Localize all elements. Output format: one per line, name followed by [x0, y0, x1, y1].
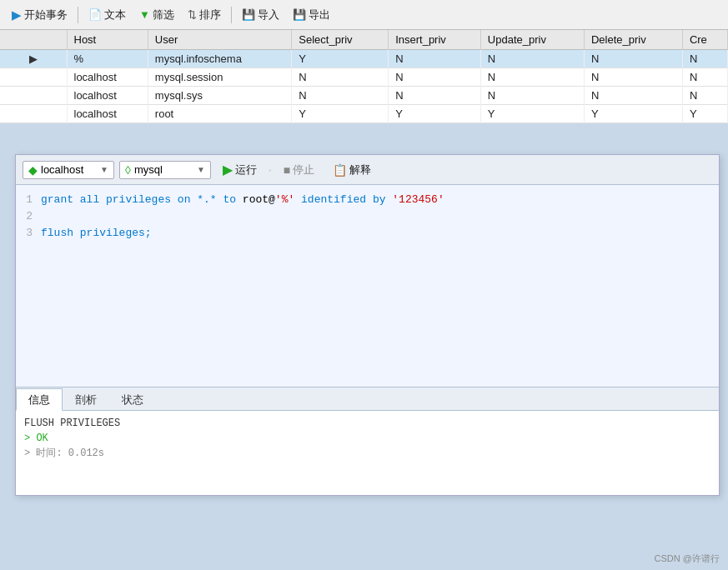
data-table-container: Host User Select_priv Insert_priv Update…: [0, 30, 728, 123]
update-priv-cell: N: [480, 50, 584, 68]
text-button[interactable]: 📄 文本: [83, 6, 131, 24]
stop-icon: ■: [284, 163, 290, 177]
explain-button[interactable]: 📋 解释: [326, 161, 378, 179]
table-row[interactable]: ▶ % mysql.infoschema Y N N N N: [0, 50, 728, 68]
export-icon: 💾: [293, 8, 306, 21]
connection-selector[interactable]: ◆ localhost ▼: [23, 161, 114, 179]
user-cell: mysql.infoschema: [148, 50, 291, 68]
results-panel: 信息剖析状态 FLUSH PRIVILEGES> OK> 时间: 0.012s: [16, 387, 719, 495]
sort-button[interactable]: ⇅ 排序: [183, 6, 226, 24]
line-content: grant all privileges on *.* to root@'%' …: [41, 192, 719, 208]
text-icon: 📄: [88, 8, 102, 21]
db-chevron-icon: ▼: [197, 165, 205, 174]
code-line: 3flush privileges;: [16, 225, 719, 242]
update-priv-cell: N: [480, 68, 584, 87]
select-priv-cell: N: [292, 68, 389, 87]
explain-icon: 📋: [333, 163, 347, 177]
select-priv-cell: Y: [292, 50, 389, 68]
delete-priv-cell: Y: [584, 105, 682, 123]
results-tab-状态[interactable]: 状态: [109, 388, 156, 411]
flush-keyword: flush privileges;: [41, 227, 152, 239]
begin-transaction-button[interactable]: ▶ 开始事务: [7, 6, 73, 24]
code-line: 2: [16, 208, 719, 225]
filter-label: 筛选: [153, 8, 174, 22]
filter-button[interactable]: ▼ 筛选: [134, 6, 179, 24]
insert-priv-cell: N: [389, 87, 481, 105]
user-header: User: [148, 30, 291, 50]
string-literal: '%': [275, 193, 294, 206]
line-number: 1: [16, 192, 41, 208]
result-line: FLUSH PRIVILEGES: [24, 416, 710, 431]
insert-priv-header: Insert_priv: [389, 30, 481, 50]
host-cell: localhost: [67, 87, 148, 105]
row-arrow: [0, 87, 67, 105]
run-button[interactable]: ▶ 运行: [216, 160, 264, 179]
connection-label: localhost: [41, 163, 83, 176]
row-arrow: [0, 68, 67, 87]
code-editor[interactable]: 1grant all privileges on *.* to root@'%'…: [16, 185, 719, 387]
table-header-row: Host User Select_priv Insert_priv Update…: [0, 30, 728, 50]
delete-priv-header: Delete_priv: [584, 30, 682, 50]
cre-cell: N: [682, 68, 727, 87]
select-priv-header: Select_priv: [292, 30, 389, 50]
delete-priv-cell: N: [584, 50, 682, 68]
line-number: 3: [16, 225, 41, 242]
update-priv-cell: N: [480, 87, 584, 105]
btn-separator: ·: [269, 163, 272, 176]
insert-priv-cell: N: [389, 68, 481, 87]
filter-icon: ▼: [139, 8, 150, 21]
table-row[interactable]: localhost mysql.session N N N N N: [0, 68, 728, 87]
table-row[interactable]: localhost mysql.sys N N N N N: [0, 87, 728, 105]
results-tab-信息[interactable]: 信息: [16, 388, 63, 411]
results-tab-剖析[interactable]: 剖析: [63, 388, 109, 411]
update-priv-header: Update_priv: [480, 30, 584, 50]
select-priv-cell: Y: [292, 105, 389, 123]
stop-button[interactable]: ■ 停止: [277, 161, 321, 179]
select-priv-cell: N: [292, 87, 389, 105]
explain-label: 解释: [349, 162, 371, 178]
password-string: '123456': [392, 193, 444, 206]
top-section: ▶ 开始事务 📄 文本 ▼ 筛选 ⇅ 排序 💾 导入 💾 导出: [0, 0, 728, 123]
results-content: FLUSH PRIVILEGES> OK> 时间: 0.012s: [16, 411, 719, 495]
db-selector[interactable]: ◊ mysql ▼: [119, 161, 211, 179]
stop-label: 停止: [293, 162, 314, 178]
import-label: 导入: [258, 8, 279, 22]
connection-chevron-icon: ▼: [100, 165, 108, 174]
run-icon: ▶: [223, 162, 233, 178]
user-cell: mysql.session: [148, 68, 291, 87]
user-table: Host User Select_priv Insert_priv Update…: [0, 30, 728, 123]
insert-priv-cell: Y: [389, 105, 481, 123]
cre-header: Cre: [682, 30, 727, 50]
user-cell: mysql.sys: [148, 87, 291, 105]
sort-label: 排序: [199, 8, 221, 22]
keyword2: identified by: [294, 193, 392, 206]
delete-priv-cell: N: [584, 87, 682, 105]
import-icon: 💾: [242, 8, 255, 21]
cre-cell: N: [682, 50, 727, 68]
import-button[interactable]: 💾 导入: [237, 6, 284, 24]
sql-editor-panel: ◆ localhost ▼ ◊ mysql ▼ ▶ 运行 · ■ 停止 📋 解释…: [15, 154, 720, 496]
cre-cell: Y: [682, 105, 727, 123]
export-button[interactable]: 💾 导出: [288, 6, 335, 24]
result-line: > OK: [24, 431, 710, 446]
table-body: ▶ % mysql.infoschema Y N N N N localhost…: [0, 50, 728, 123]
keyword: grant all privileges on *.* to: [41, 193, 243, 206]
cre-cell: N: [682, 87, 727, 105]
host-cell: %: [67, 50, 148, 68]
table-row[interactable]: localhost root Y Y Y Y Y: [0, 105, 728, 123]
text-label: 文本: [104, 8, 126, 22]
user-cell: root: [148, 105, 291, 123]
host-header: Host: [67, 30, 148, 50]
host-cell: localhost: [67, 105, 148, 123]
main-toolbar: ▶ 开始事务 📄 文本 ▼ 筛选 ⇅ 排序 💾 导入 💾 导出: [0, 0, 728, 30]
begin-transaction-label: 开始事务: [24, 8, 68, 22]
transaction-icon: ▶: [12, 8, 22, 22]
connection-icon: ◆: [28, 163, 38, 177]
db-icon: ◊: [125, 163, 131, 177]
arrow-header: [0, 30, 67, 50]
export-label: 导出: [309, 8, 330, 22]
run-label: 运行: [235, 162, 257, 178]
watermark: CSDN @许谱行: [655, 552, 720, 565]
result-line: > 时间: 0.012s: [24, 446, 710, 461]
divider2: [231, 7, 232, 23]
